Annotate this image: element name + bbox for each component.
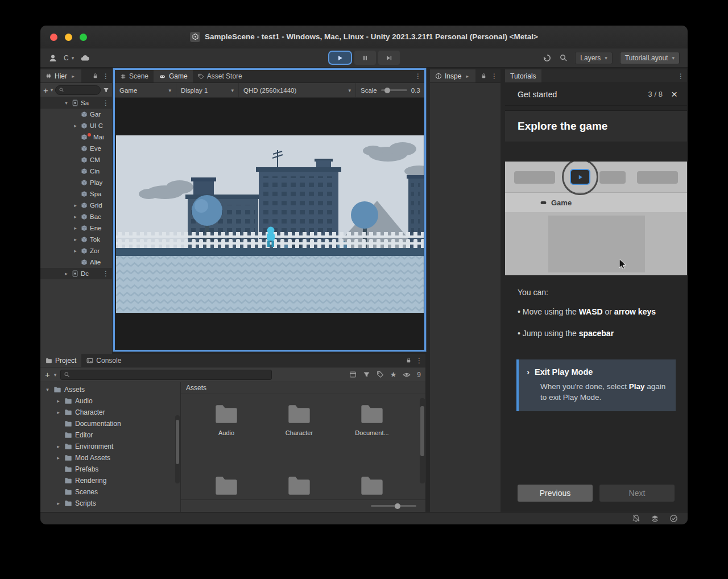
thumbnail-size-slider[interactable] [371, 505, 416, 507]
project-search-input[interactable] [60, 370, 272, 380]
filter-icon[interactable] [103, 87, 109, 93]
tab-overflow-icon[interactable]: ▸ [70, 73, 76, 79]
layers-dropdown[interactable]: Layers ▾ [575, 52, 613, 64]
asset-folder-item[interactable]: Document... [351, 401, 392, 436]
close-icon[interactable]: × [671, 89, 677, 100]
hierarchy-item[interactable]: Cin [40, 166, 112, 177]
chevron-right-icon[interactable]: › [527, 367, 530, 377]
scale-slider-knob[interactable] [384, 88, 390, 93]
tab-inspector[interactable]: Inspe ▸ [430, 69, 475, 82]
account-dropdown[interactable]: C ▾ [64, 54, 74, 62]
search-icon[interactable] [559, 53, 568, 62]
tree-scrollbar[interactable] [175, 415, 180, 483]
step-button[interactable] [378, 51, 400, 65]
hierarchy-search-input[interactable] [55, 85, 101, 95]
lock-icon[interactable] [481, 73, 487, 79]
scale-slider[interactable] [381, 89, 407, 91]
undo-history-icon[interactable] [543, 53, 552, 63]
tree-root[interactable]: ▾ Assets [40, 384, 180, 395]
cache-stack-icon[interactable] [651, 514, 659, 523]
expand-arrow-icon[interactable]: ▸ [72, 202, 78, 208]
expand-arrow-icon[interactable]: ▸ [55, 455, 61, 461]
close-window-button[interactable] [50, 34, 57, 41]
previous-button[interactable]: Previous [518, 485, 593, 502]
zoom-window-button[interactable] [80, 34, 87, 41]
expand-arrow-icon[interactable]: ▸ [55, 501, 61, 506]
tree-item[interactable]: Scenes [40, 486, 180, 498]
layout-dropdown[interactable]: TutorialLayout ▾ [620, 52, 680, 64]
kebab-menu-icon[interactable]: ⋮ [102, 100, 112, 106]
hierarchy-item[interactable]: CM [40, 154, 112, 166]
kebab-menu-icon[interactable]: ⋮ [491, 73, 498, 80]
asset-folder-item-partial[interactable] [206, 473, 247, 499]
account-icon[interactable] [48, 53, 57, 63]
tab-tutorials[interactable]: Tutorials [505, 69, 541, 82]
expand-arrow-icon[interactable]: ▸ [55, 444, 61, 449]
expand-arrow-icon[interactable]: ▾ [63, 100, 69, 106]
hierarchy-item[interactable]: ▸Tok [40, 234, 112, 245]
hierarchy-item[interactable]: ▸Zor [40, 245, 112, 257]
tab-overflow-icon[interactable]: ▸ [464, 73, 470, 79]
thumbnail-size-knob[interactable] [395, 503, 400, 509]
search-by-label-icon[interactable] [377, 371, 384, 378]
hierarchy-scene-row[interactable]: ▸ Dc ⋮ [40, 268, 112, 279]
kebab-menu-icon[interactable]: ⋮ [102, 73, 109, 80]
next-button[interactable]: Next [599, 485, 675, 502]
asset-folder-item[interactable]: Character [279, 401, 320, 436]
hierarchy-item[interactable]: Eve [40, 143, 112, 154]
hidden-packages-eye-icon[interactable] [403, 371, 411, 379]
tree-item[interactable]: ▸Character [40, 407, 180, 418]
expand-arrow-icon[interactable]: ▸ [72, 248, 78, 254]
pause-button[interactable] [354, 51, 376, 65]
hierarchy-item[interactable]: Alie [40, 257, 112, 268]
tree-item[interactable]: ▸Mod Assets [40, 452, 180, 464]
hierarchy-item[interactable]: Play [40, 177, 112, 188]
tab-hierarchy[interactable]: Hier ▸ [40, 69, 81, 82]
expand-arrow-icon[interactable]: ▸ [55, 410, 61, 415]
expand-arrow-icon[interactable]: ▸ [72, 214, 78, 220]
tree-item[interactable]: Prefabs [40, 464, 180, 475]
kebab-menu-icon[interactable]: ⋮ [415, 73, 421, 80]
tab-console[interactable]: Console [81, 354, 126, 367]
hierarchy-item[interactable]: Gar [40, 109, 112, 120]
tab-scene[interactable]: Scene [115, 70, 154, 82]
expand-arrow-icon[interactable]: ▸ [55, 398, 61, 404]
expand-arrow-icon[interactable]: ▸ [72, 123, 78, 129]
display-dropdown[interactable]: Display 1 ▾ [176, 83, 239, 97]
tab-game[interactable]: Game [154, 70, 193, 82]
tree-item[interactable]: ▸Environment [40, 441, 180, 452]
resolution-dropdown[interactable]: QHD (2560x1440) ▾ [239, 83, 356, 97]
tree-item[interactable]: Documentation [40, 418, 180, 429]
hierarchy-item[interactable]: Spa [40, 188, 112, 200]
chevron-down-icon[interactable]: ▾ [54, 372, 57, 378]
kebab-menu-icon[interactable]: ⋮ [102, 270, 112, 277]
hierarchy-item[interactable]: ▸UI C [40, 120, 112, 131]
add-asset-button[interactable]: + [45, 370, 50, 379]
chevron-down-icon[interactable]: ▾ [51, 87, 53, 93]
hierarchy-item[interactable]: ▸Grid [40, 200, 112, 211]
asset-folder-item-partial[interactable] [351, 473, 392, 499]
kebab-menu-icon[interactable]: ⋮ [416, 357, 423, 364]
check-circle-icon[interactable] [669, 514, 678, 523]
tree-item[interactable]: Rendering [40, 475, 180, 486]
tab-asset-store[interactable]: Asset Store [193, 70, 247, 82]
search-by-type-icon[interactable] [363, 371, 370, 378]
open-in-window-icon[interactable] [349, 371, 357, 378]
lock-icon[interactable] [92, 73, 98, 79]
game-view[interactable] [115, 98, 424, 350]
expand-arrow-icon[interactable]: ▾ [44, 387, 51, 392]
asset-folder-item[interactable]: Audio [206, 401, 247, 436]
minimize-window-button[interactable] [65, 34, 72, 41]
tree-item[interactable]: Editor [40, 429, 180, 441]
cloud-icon[interactable] [80, 53, 90, 63]
asset-folder-item-partial[interactable] [279, 473, 320, 499]
expand-arrow-icon[interactable]: ▸ [72, 237, 78, 242]
lock-icon[interactable] [406, 357, 412, 363]
notifications-muted-icon[interactable] [632, 514, 640, 523]
kebab-menu-icon[interactable]: ⋮ [677, 73, 684, 80]
add-gameobject-button[interactable]: + [43, 86, 48, 94]
save-search-star-icon[interactable]: ★ [390, 370, 397, 379]
tree-item[interactable]: ▸Scripts [40, 498, 180, 509]
hierarchy-item[interactable]: ▸Ene [40, 222, 112, 234]
hierarchy-scene-row[interactable]: ▾ Sa ⋮ [40, 97, 112, 109]
